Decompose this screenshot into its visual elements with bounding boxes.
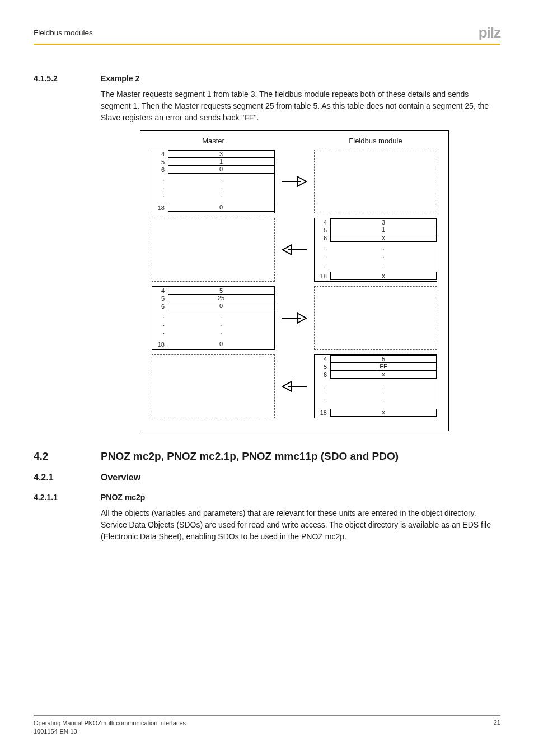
section-number: 4.2.1 [34, 473, 101, 483]
footer-doc-id: 1001154-EN-13 [34, 727, 186, 736]
section-title-overview: Overview [101, 473, 140, 483]
diagram-step: 435160......180 [152, 150, 437, 213]
page-number: 21 [494, 719, 500, 736]
arrow-right-icon [275, 286, 314, 350]
brand-logo: pilz [479, 25, 500, 40]
arrow-left-icon [275, 354, 314, 418]
arrow-right-icon [275, 150, 314, 213]
section-title-pnoz-mc2p: PNOZ mc2p [101, 493, 145, 502]
breadcrumb: Fieldbus modules [34, 29, 93, 37]
paragraph-pnoz-mc2p: All the objects (variables and parameter… [101, 507, 500, 543]
diagram-step: 4552560......180 [152, 286, 437, 350]
section-number: 4.2 [34, 450, 101, 463]
paragraph-example-2: The Master requests segment 1 from table… [101, 88, 500, 124]
footer-doc-title: Operating Manual PNOZmulti communication… [34, 719, 186, 727]
diagram-step: 43516x......18x [152, 218, 437, 282]
section-number: 4.2.1.1 [34, 493, 101, 502]
section-title-4-2: PNOZ mc2p, PNOZ mc2.1p, PNOZ mmc11p (SDO… [101, 450, 399, 463]
section-title-example-2: Example 2 [101, 74, 139, 83]
diagram-header-module: Fieldbus module [314, 137, 437, 145]
arrow-left-icon [275, 218, 314, 282]
footer-divider [34, 715, 500, 716]
sequence-diagram: Master Fieldbus module 435160......18043… [140, 130, 449, 431]
diagram-step: 455FF6x......18x [152, 354, 437, 418]
section-number: 4.1.5.2 [34, 74, 101, 83]
diagram-header-master: Master [152, 137, 275, 145]
